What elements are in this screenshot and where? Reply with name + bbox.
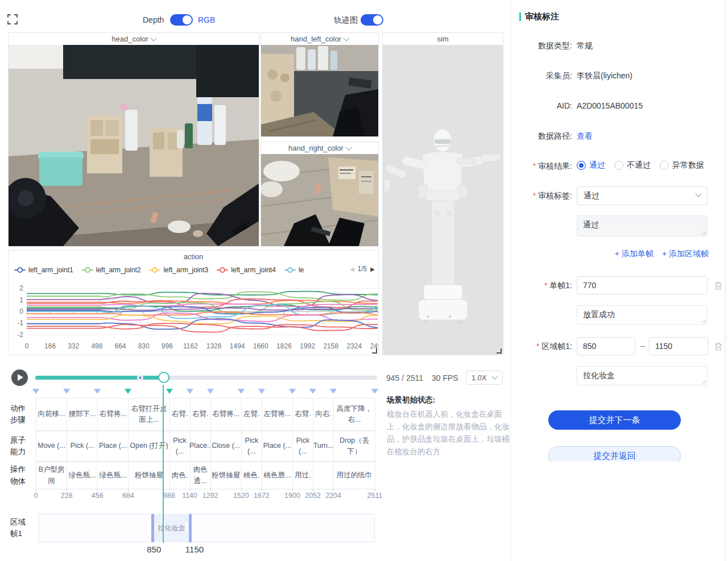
segment-marker-highlight[interactable] — [125, 389, 131, 394]
segment-cell[interactable]: Pick (... — [67, 431, 98, 462]
region-frame-desc[interactable]: 拉化妆盒 — [577, 366, 708, 385]
review-tag-label: 审核标签: — [511, 191, 572, 201]
region-start-input[interactable] — [577, 337, 635, 355]
segment-cell[interactable]: 用过. — [292, 462, 313, 489]
segment-cell[interactable]: Pick (... — [169, 431, 191, 462]
segment-marker[interactable] — [207, 389, 214, 394]
region-frame-label: 区域帧1: — [511, 342, 572, 352]
segment-cell[interactable]: 绿色瓶... — [97, 462, 129, 489]
segment-cell[interactable]: 右臂将... — [210, 398, 242, 431]
resize-handle-icon[interactable] — [497, 348, 502, 354]
radio-fail[interactable]: 不通过 — [614, 160, 651, 171]
legend-item-left_arm_joint4[interactable]: left_arm_joint4 — [217, 266, 276, 274]
drag-handle-right[interactable] — [186, 522, 187, 533]
single-frame-desc[interactable]: 放置成功 — [577, 305, 708, 325]
segment-cell[interactable]: Move (... — [36, 431, 67, 462]
axis-frame-label: 0 — [34, 492, 38, 500]
segment-cell[interactable]: 右臂将... — [97, 398, 129, 431]
segment-cell[interactable]: Place.. — [190, 431, 211, 462]
radio-abnormal[interactable]: 异常数据 — [660, 160, 704, 171]
scrollbar-track[interactable] — [725, 0, 726, 561]
delete-region-frame-icon[interactable] — [714, 342, 723, 351]
radio-pass[interactable]: 通过 — [577, 160, 605, 171]
segment-cell[interactable]: 用过的纸巾 — [333, 462, 375, 489]
axis-frame-label: 228 — [61, 492, 73, 500]
segment-marker[interactable] — [258, 389, 265, 394]
sim-3d-view[interactable] — [383, 45, 503, 355]
drag-handle-left[interactable] — [156, 522, 157, 533]
segment-cell[interactable]: 肉色透... — [190, 462, 211, 489]
legend-next-icon[interactable]: ▶ — [370, 266, 375, 272]
single-frame-input[interactable] — [577, 276, 708, 294]
segment-cell[interactable]: 粉饼抽屉 — [210, 462, 242, 489]
segment-cell[interactable] — [313, 462, 334, 489]
segment-marker[interactable] — [289, 389, 296, 394]
segment-cell[interactable]: Drop（丢下） — [333, 431, 375, 462]
segment-cell[interactable]: 向右. — [313, 398, 334, 431]
head-camera-image — [9, 45, 259, 246]
playhead-line[interactable] — [163, 385, 164, 543]
submit-next-button[interactable]: 提交并下一条 — [548, 410, 681, 430]
segment-marker[interactable] — [309, 389, 316, 394]
slider-handle[interactable] — [158, 372, 169, 383]
segment-cell[interactable]: B户型房间 — [36, 462, 67, 489]
hand-left-camera-selector[interactable]: hand_left_color — [261, 33, 378, 45]
segment-cell[interactable]: Pick (... — [292, 431, 313, 462]
segment-cell[interactable]: 左臂. — [241, 398, 262, 431]
legend-item-left_arm_joint3[interactable]: left_arm_joint3 — [149, 266, 208, 274]
segment-cell[interactable]: Turn... — [313, 431, 334, 462]
depth-rgb-toggle[interactable] — [170, 14, 193, 26]
svg-text:-1: -1 — [17, 319, 23, 327]
segment-cell[interactable]: Place (... — [97, 431, 129, 462]
legend-item-le[interactable]: le — [284, 266, 304, 274]
view-link[interactable]: 查看 — [577, 131, 593, 142]
resize-grip-icon[interactable] — [701, 230, 706, 235]
region-end-input[interactable] — [649, 337, 708, 355]
axis-frame-label: 1672 — [254, 492, 270, 500]
segment-cell[interactable]: 右臂. — [292, 398, 313, 431]
add-single-frame-link[interactable]: + 添加单帧 — [615, 249, 653, 259]
add-region-frame-link[interactable]: + 添加区域帧 — [662, 249, 709, 259]
segment-cell[interactable]: 肉色. — [169, 462, 191, 489]
legend-item-left_arm_joint1[interactable]: left_arm_joint1 — [14, 266, 73, 274]
delete-single-frame-icon[interactable] — [714, 281, 723, 290]
svg-text:332: 332 — [68, 342, 79, 350]
segment-cell[interactable]: 桃色. — [241, 462, 262, 489]
trajectory-toggle[interactable] — [361, 14, 383, 26]
segment-marker[interactable] — [238, 389, 245, 394]
resize-grip-icon[interactable] — [701, 318, 706, 323]
segment-cell[interactable]: Close (... — [210, 431, 242, 462]
fullscreen-icon[interactable] — [7, 14, 18, 24]
play-button[interactable] — [11, 369, 28, 386]
segment-cell[interactable]: 左臂将... — [262, 398, 293, 431]
segment-marker[interactable] — [94, 389, 101, 394]
hand-right-camera-selector[interactable]: hand_right_color — [261, 142, 378, 154]
segment-cell[interactable]: 右臂. — [169, 398, 191, 431]
segment-marker[interactable] — [371, 389, 378, 394]
segment-cell[interactable]: Pick (... — [241, 431, 262, 462]
legend-prev-icon[interactable]: ◀ — [350, 266, 354, 272]
head-camera-selector[interactable]: head_color — [9, 33, 259, 45]
segment-cell[interactable]: 腰部下... — [67, 398, 98, 431]
segment-marker[interactable] — [330, 389, 337, 394]
segment-cell[interactable]: Place (... — [262, 431, 293, 462]
resize-handle-icon[interactable] — [372, 348, 377, 354]
segment-cell[interactable]: 右臂. — [190, 398, 211, 431]
segment-cell[interactable]: 绿色瓶... — [67, 462, 98, 489]
speed-select[interactable]: 1.0X — [466, 371, 503, 385]
segment-marker[interactable] — [32, 389, 39, 394]
legend-item-left_arm_joint2[interactable]: left_arm_joint2 — [82, 266, 141, 274]
segment-cell[interactable]: 向前移... — [36, 398, 67, 431]
region-frame-track[interactable]: 拉化妆盒 — [39, 514, 375, 542]
segment-cell[interactable]: 桃色唇... — [262, 462, 293, 489]
submit-back-button[interactable]: 提交并返回 — [548, 446, 681, 462]
add-links-row: + 添加单帧 + 添加区域帧 — [577, 249, 709, 259]
review-tag-note[interactable]: 通过 — [577, 215, 708, 236]
segment-marker[interactable] — [63, 389, 70, 394]
segment-marker-highlight[interactable] — [166, 389, 173, 394]
segment-marker[interactable] — [187, 389, 193, 394]
resize-grip-icon[interactable] — [701, 379, 706, 384]
region-frame-block[interactable]: 拉化妆盒 — [151, 514, 192, 542]
review-tag-select[interactable]: 通过 — [577, 186, 708, 205]
segment-cell[interactable]: 高度下降，右... — [333, 398, 375, 431]
